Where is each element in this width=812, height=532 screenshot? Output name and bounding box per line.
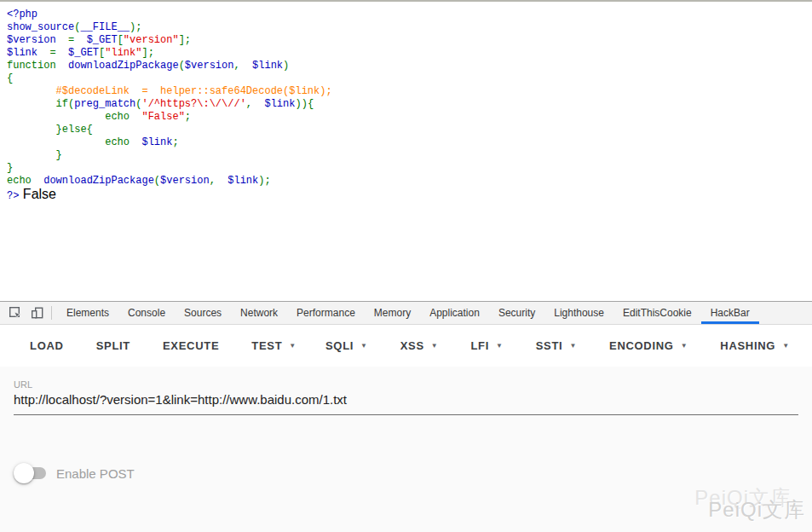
enable-post-label: Enable POST	[56, 466, 135, 481]
toggle-thumb	[14, 463, 34, 483]
tab-elements[interactable]: Elements	[57, 302, 118, 324]
hackbar-encoding-label: ENCODING	[609, 339, 674, 352]
hackbar-execute-label: EXECUTE	[163, 339, 219, 352]
hackbar-split-button[interactable]: SPLIT	[96, 339, 130, 352]
devtools-panel: Elements Console Sources Network Perform…	[0, 301, 812, 532]
hackbar-hashing-menu-button[interactable]: HASHING▼	[720, 339, 789, 352]
page-top-border	[0, 0, 812, 2]
url-input[interactable]	[14, 392, 798, 415]
enable-post-toggle[interactable]	[14, 463, 48, 483]
tab-lighthouse[interactable]: Lighthouse	[544, 302, 613, 324]
hackbar-load-label: LOAD	[30, 339, 64, 352]
tab-sources[interactable]: Sources	[175, 302, 231, 324]
hackbar-xss-label: XSS	[400, 339, 424, 352]
hackbar-sqli-menu-button[interactable]: SQLI▼	[325, 339, 368, 352]
tab-performance[interactable]: Performance	[287, 302, 365, 324]
toggle-device-toolbar-icon[interactable]	[26, 303, 49, 323]
php-source-code: <?phpshow_source(__FILE__);$version = $_…	[7, 9, 332, 200]
watermark: PeiQi文库	[708, 496, 805, 523]
hackbar-hashing-label: HASHING	[720, 339, 775, 352]
hackbar-ssti-menu-button[interactable]: SSTI▼	[536, 339, 577, 352]
tab-console[interactable]: Console	[118, 302, 175, 324]
hackbar-test-menu-button[interactable]: TEST▼	[251, 339, 297, 352]
url-field-label: URL	[14, 379, 32, 390]
hackbar-body: URL Enable POST PeiQi文库 PeiQi文库	[0, 367, 812, 532]
chevron-down-icon: ▼	[360, 342, 368, 350]
tab-network[interactable]: Network	[231, 302, 287, 324]
tab-editthiscookie[interactable]: EditThisCookie	[613, 302, 701, 324]
hackbar-load-button[interactable]: LOAD	[30, 339, 64, 352]
chevron-down-icon: ▼	[496, 342, 504, 350]
chevron-down-icon: ▼	[782, 342, 790, 350]
hackbar-split-label: SPLIT	[96, 339, 130, 352]
devtools-toolbar-icons	[0, 302, 57, 324]
chevron-down-icon: ▼	[681, 342, 688, 350]
enable-post-row: Enable POST	[14, 463, 135, 483]
hackbar-sqli-label: SQLI	[325, 339, 354, 352]
devtools-tabbar: Elements Console Sources Network Perform…	[0, 301, 812, 325]
hackbar-toolbar: LOAD SPLIT EXECUTE TEST▼ SQLI▼ XSS▼ LFI▼…	[0, 325, 812, 367]
chevron-down-icon: ▼	[569, 342, 577, 350]
toolbar-divider	[51, 306, 52, 320]
chevron-down-icon: ▼	[289, 342, 297, 350]
hackbar-xss-menu-button[interactable]: XSS▼	[400, 339, 439, 352]
hackbar-test-label: TEST	[251, 339, 282, 352]
tab-security[interactable]: Security	[489, 302, 544, 324]
tab-application[interactable]: Application	[420, 302, 489, 324]
chevron-down-icon: ▼	[431, 342, 439, 350]
hackbar-encoding-menu-button[interactable]: ENCODING▼	[609, 339, 688, 352]
tab-memory[interactable]: Memory	[365, 302, 420, 324]
hackbar-lfi-menu-button[interactable]: LFI▼	[470, 339, 503, 352]
inspect-element-icon[interactable]	[4, 303, 26, 323]
watermark-back: PeiQi文库	[694, 484, 792, 512]
tab-hackbar[interactable]: HackBar	[701, 302, 759, 324]
hackbar-lfi-label: LFI	[470, 339, 489, 352]
hackbar-execute-button[interactable]: EXECUTE	[163, 339, 219, 352]
hackbar-ssti-label: SSTI	[536, 339, 563, 352]
